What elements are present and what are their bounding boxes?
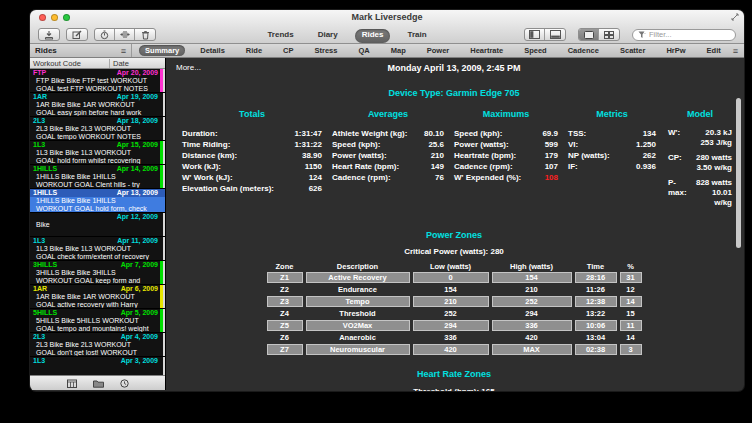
ride-entry[interactable]: 2L3Apr 4, 20092L3 Bike Bike 2L3 WORKOUTG… (30, 333, 165, 357)
ride-entry[interactable]: 5HILLSApr 5, 20095HILLS Bike 5HILLS WORK… (30, 309, 165, 333)
analysis-tabs: SummaryDetailsRideCPStressQAMapPowerHear… (132, 45, 727, 56)
ride-list-header[interactable]: Workout Code Date (30, 58, 165, 69)
ride-entry[interactable]: Apr 12, 2009Bike (30, 213, 165, 237)
split-ride-button[interactable] (115, 29, 135, 40)
ride-entry-header: 3HILLSApr 7, 2009 (30, 261, 165, 269)
stopwatch-button[interactable] (95, 29, 115, 40)
ride-date: Apr 15, 2009 (117, 141, 158, 149)
window-chrome: Mark Liversedge (30, 10, 744, 44)
stat-value: 1:31:47 (294, 128, 322, 139)
tab-ride[interactable]: Ride (240, 45, 268, 56)
calendar-icon[interactable] (67, 379, 77, 388)
stat-values: 134 (643, 128, 656, 139)
section-title: Averages (332, 109, 444, 119)
filter-input[interactable] (649, 30, 719, 39)
ride-description-line: 5HILLS Bike 5HILLS WORKOUT (30, 317, 165, 325)
ride-entry[interactable]: 1HILLSApr 13, 20091HILLS Bike Bike 1HILL… (30, 189, 165, 213)
zone-cell: 210 (413, 296, 489, 307)
stopwatch-icon (100, 30, 109, 40)
stat-values: 280 watts3.50 w/kg (696, 153, 732, 173)
zone-row: Z2Endurance15421011:2612 (267, 284, 642, 295)
clock-icon[interactable] (120, 379, 129, 388)
zone-cell: Z3 (267, 296, 303, 307)
ride-actions-group (94, 28, 156, 41)
zoom-button[interactable] (63, 14, 70, 21)
stat-values: 149 (431, 161, 444, 172)
stat-value: 38.90 (302, 150, 322, 161)
tab-cadence[interactable]: Cadence (562, 45, 605, 56)
split-arrows-icon (120, 30, 130, 39)
delete-ride-button[interactable] (135, 29, 155, 40)
import-button[interactable] (38, 28, 60, 41)
filter-box[interactable] (632, 29, 736, 41)
resize-grip-icon[interactable] (731, 13, 739, 21)
chart-menu-icon[interactable]: ≡ (727, 46, 744, 56)
tab-qa[interactable]: QA (352, 45, 375, 56)
ride-entry[interactable]: 1L3Apr 3, 2009 (30, 357, 165, 375)
main-scrollbar[interactable] (736, 98, 741, 248)
zone-cell: Neuromuscular (306, 344, 410, 355)
stat-values: 179 (545, 150, 558, 161)
bottom-panel-icon (550, 30, 561, 39)
stat-row: Power (watts):210 (332, 150, 444, 161)
stats-section-totals: TotalsDuration:1:31:47Time Riding:1:31:2… (182, 109, 322, 213)
single-view-button[interactable] (579, 29, 599, 40)
tiled-view-button[interactable] (599, 29, 619, 40)
more-link[interactable]: More... (176, 63, 201, 72)
ride-code: 1L3 (33, 237, 45, 245)
tab-map[interactable]: Map (385, 45, 412, 56)
tab-heartrate[interactable]: Heartrate (464, 45, 509, 56)
tab-details[interactable]: Details (194, 45, 231, 56)
view-tab-diary[interactable]: Diary (311, 29, 345, 43)
stat-value: 280 watts (696, 153, 732, 163)
sidebar-menu-icon[interactable]: ≡ (121, 46, 126, 56)
tab-summary[interactable]: Summary (139, 45, 185, 56)
ride-entry-header: FTPApr 20, 2009 (30, 69, 165, 77)
tab-stress[interactable]: Stress (309, 45, 344, 56)
ride-date: Apr 14, 2009 (117, 165, 158, 173)
tab-hrpw[interactable]: HrPw (660, 45, 691, 56)
tab-cp[interactable]: CP (277, 45, 299, 56)
toggle-bottombar-button[interactable] (545, 29, 565, 40)
ride-code: 1HILLS (33, 165, 57, 173)
zone-cell: 336 (492, 320, 572, 331)
zone-cell: 13:22 (575, 308, 617, 319)
title-bar[interactable]: Mark Liversedge (30, 10, 744, 25)
close-button[interactable] (39, 14, 46, 21)
tab-edit[interactable]: Edit (701, 45, 727, 56)
ride-entry[interactable]: 3HILLSApr 7, 20093HILLS Bike Bike 3HILLS… (30, 261, 165, 285)
filter-funnel-icon[interactable] (638, 31, 646, 39)
ride-entry[interactable]: 1L3Apr 11, 20091L3 Bike Bike 1L3 WORKOUT… (30, 237, 165, 261)
stat-label: TSS: (568, 128, 586, 139)
ride-entry[interactable]: 1ARApr 6, 20091AR Bike Bike 1AR WORKOUTG… (30, 285, 165, 309)
view-tab-rides[interactable]: Rides (355, 29, 391, 43)
ride-date: Apr 3, 2009 (121, 357, 158, 365)
zone-cell: 28:16 (575, 272, 617, 283)
ride-entry[interactable]: 2L3Apr 18, 20092L3 Bike Bike 2L3 WORKOUT… (30, 117, 165, 141)
ride-entry[interactable]: 1HILLSApr 14, 20091HILLS Bike Bike 1HILL… (30, 165, 165, 189)
manual-entry-button[interactable] (66, 28, 88, 41)
column-workout-code[interactable]: Workout Code (30, 59, 110, 68)
tab-scatter[interactable]: Scatter (614, 45, 651, 56)
column-date[interactable]: Date (110, 59, 129, 68)
stat-row: CP:280 watts3.50 w/kg (668, 153, 732, 173)
tab-speed[interactable]: Speed (518, 45, 553, 56)
stat-value: 108 (545, 172, 558, 183)
minimize-button[interactable] (51, 14, 58, 21)
ride-code: 1L3 (33, 357, 45, 365)
stat-values: 108 (545, 172, 558, 183)
toggle-sidebar-button[interactable] (525, 29, 545, 40)
zone-row: Z7Neuromuscular420MAX02:383 (267, 344, 642, 355)
ride-entry[interactable]: FTPApr 20, 2009FTP Bike Bike FTP test WO… (30, 69, 165, 93)
tab-power[interactable]: Power (421, 45, 456, 56)
folder-icon[interactable] (93, 379, 104, 388)
stat-value: 1.250 (636, 139, 656, 150)
ride-entry[interactable]: 1ARApr 19, 20091AR Bike Bike 1AR WORKOUT… (30, 93, 165, 117)
ride-code: 1L3 (33, 141, 45, 149)
view-tab-trends[interactable]: Trends (260, 29, 300, 43)
ride-entry-header: 1ARApr 19, 2009 (30, 93, 165, 101)
view-tab-train[interactable]: Train (400, 29, 433, 43)
ride-code: 5HILLS (33, 309, 57, 317)
stat-value: 80.10 (424, 128, 444, 139)
ride-entry[interactable]: 1L3Apr 15, 20091L3 Bike Bike 1L3 WORKOUT… (30, 141, 165, 165)
